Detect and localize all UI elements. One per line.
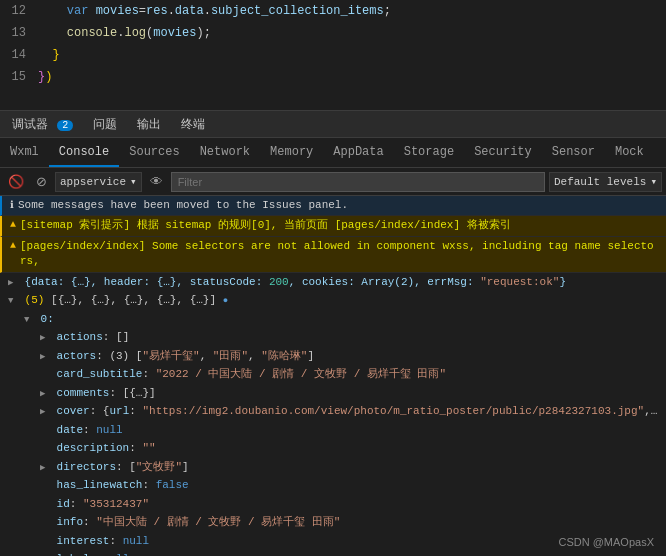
- expand-arrow: [40, 403, 50, 420]
- console-msg-warning-2: ▲ [pages/index/index] Some selectors are…: [0, 237, 666, 273]
- array-preview: (5) [{…}, {…}, {…}, {…}, {…}] ●: [25, 294, 228, 306]
- warning-icon: ▲: [10, 240, 16, 251]
- toolbar-debugger[interactable]: 调试器 2: [8, 114, 77, 135]
- prop-actions: actions: []: [32, 328, 666, 347]
- prop-comments: comments: [{…}]: [32, 384, 666, 403]
- warning-icon: ▲: [10, 219, 16, 230]
- watermark: CSDN @MAOpasX: [558, 536, 654, 548]
- prop-directors: directors: ["文牧野"]: [32, 458, 666, 477]
- toolbar-output[interactable]: 输出: [133, 114, 165, 135]
- code-line-13: 13 console.log(movies);: [0, 22, 666, 44]
- levels-select[interactable]: Default levels ▾: [549, 172, 662, 192]
- prop-cover: cover: {url: "https://img2.doubanio.com/…: [32, 402, 666, 421]
- tab-storage[interactable]: Storage: [394, 139, 464, 167]
- filter-toggle-button[interactable]: ⊘: [32, 172, 51, 191]
- info-icon: ℹ: [10, 199, 14, 211]
- object-preview: {data: {…}, header: {…}, statusCode: 200…: [25, 276, 566, 288]
- console-toolbar: 🚫 ⊘ appservice ▾ 👁 Default levels ▾: [0, 168, 666, 196]
- code-line-12: 12 var movies=res.data.subject_collectio…: [0, 0, 666, 22]
- tab-wxml[interactable]: Wxml: [0, 139, 49, 167]
- context-select[interactable]: appservice ▾: [55, 172, 142, 192]
- prop-has-linewatch: has_linewatch: false: [32, 476, 666, 495]
- tab-appdata[interactable]: AppData: [323, 139, 393, 167]
- badge: 2: [57, 120, 73, 131]
- console-msg-info: ℹ Some messages have been moved to the I…: [0, 196, 666, 216]
- chevron-down-icon: ▾: [650, 175, 657, 188]
- eye-button[interactable]: 👁: [146, 172, 167, 191]
- prop-id: id: "35312437": [32, 495, 666, 514]
- console-msg-text: Some messages have been moved to the Iss…: [18, 198, 658, 213]
- context-value: appservice: [60, 176, 126, 188]
- tab-sensor[interactable]: Sensor: [542, 139, 605, 167]
- console-msg-warning-1: ▲ [sitemap 索引提示] 根据 sitemap 的规则[0], 当前页面…: [0, 216, 666, 236]
- line-number: 13: [8, 26, 38, 40]
- tab-security[interactable]: Security: [464, 139, 542, 167]
- filter-input[interactable]: [171, 172, 545, 192]
- tab-memory[interactable]: Memory: [260, 139, 323, 167]
- clear-console-button[interactable]: 🚫: [4, 172, 28, 191]
- prop-label: label: null: [32, 550, 666, 556]
- tab-network[interactable]: Network: [190, 139, 260, 167]
- expand-arrow: [40, 329, 50, 346]
- expand-arrow: [8, 292, 18, 309]
- console-msg-text: [sitemap 索引提示] 根据 sitemap 的规则[0], 当前页面 […: [20, 218, 658, 233]
- console-msg-text: [pages/index/index] Some selectors are n…: [20, 239, 658, 270]
- code-line-15: 15 }): [0, 66, 666, 88]
- tabs-bar: Wxml Console Sources Network Memory AppD…: [0, 138, 666, 168]
- tab-sources[interactable]: Sources: [119, 139, 189, 167]
- code-area: 12 var movies=res.data.subject_collectio…: [0, 0, 666, 110]
- expand-arrow: [40, 459, 50, 476]
- item-key: 0:: [41, 313, 54, 325]
- prop-date: date: null: [32, 421, 666, 440]
- expand-arrow: [8, 274, 18, 291]
- expand-arrow: [24, 311, 34, 328]
- tab-console[interactable]: Console: [49, 139, 119, 167]
- tab-mock[interactable]: Mock: [605, 139, 654, 167]
- line-number: 12: [8, 4, 38, 18]
- console-log-array[interactable]: (5) [{…}, {…}, {…}, {…}, {…}] ●: [0, 291, 666, 310]
- line-number: 15: [8, 70, 38, 84]
- prop-info: info: "中国大陆 / 剧情 / 文牧野 / 易烊千玺 田雨": [32, 513, 666, 532]
- prop-description: description: "": [32, 439, 666, 458]
- array-item-0[interactable]: 0:: [16, 310, 666, 329]
- console-output[interactable]: ℹ Some messages have been moved to the I…: [0, 196, 666, 556]
- expand-arrow: [40, 385, 50, 402]
- toolbar-issues[interactable]: 问题: [89, 114, 121, 135]
- devtools-toolbar: 调试器 2 问题 输出 终端: [0, 110, 666, 138]
- prop-actors: actors: (3) ["易烊千玺", "田雨", "陈哈琳"]: [32, 347, 666, 366]
- prop-card-subtitle: card_subtitle: "2022 / 中国大陆 / 剧情 / 文牧野 /…: [32, 365, 666, 384]
- line-number: 14: [8, 48, 38, 62]
- chevron-down-icon: ▾: [130, 175, 137, 188]
- console-log-object[interactable]: {data: {…}, header: {…}, statusCode: 200…: [0, 273, 666, 292]
- levels-label: Default levels: [554, 176, 646, 188]
- toolbar-terminal[interactable]: 终端: [177, 114, 209, 135]
- code-line-14: 14 }: [0, 44, 666, 66]
- expand-arrow: [40, 348, 50, 365]
